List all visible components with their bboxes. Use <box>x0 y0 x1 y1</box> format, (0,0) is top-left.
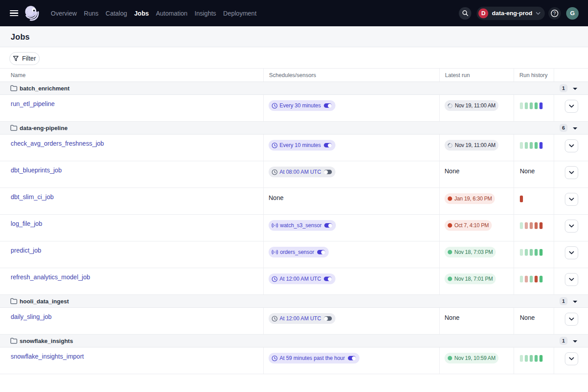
svg-text:?: ? <box>553 10 556 16</box>
